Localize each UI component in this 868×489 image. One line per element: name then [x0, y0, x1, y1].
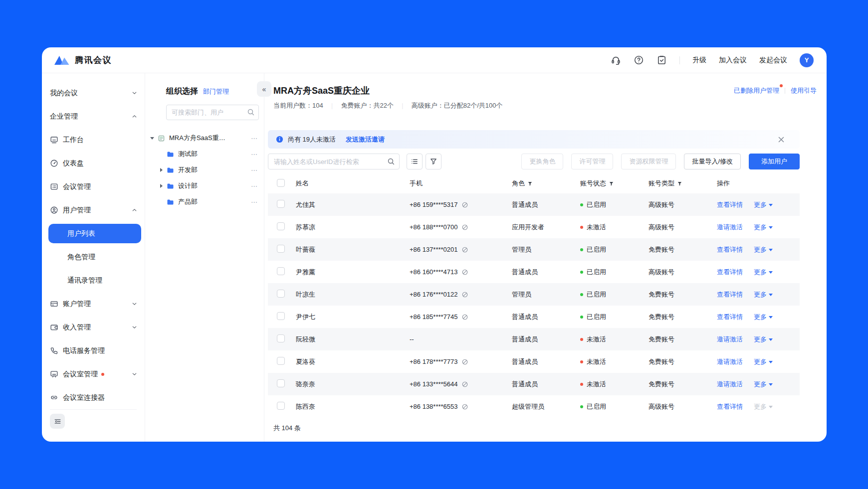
sidebar-item-workbench[interactable]: 工作台	[42, 128, 145, 152]
dropdown-arrow-icon	[769, 271, 773, 274]
tree-more-button[interactable]: ⋯	[251, 135, 259, 142]
row-more-dropdown[interactable]: 更多	[754, 200, 773, 209]
change-role-button[interactable]: 更换角色	[521, 154, 563, 169]
row-action-link[interactable]: 邀请激活	[717, 335, 743, 344]
start-meeting-link[interactable]: 发起会议	[759, 56, 787, 65]
phone-hidden-icon[interactable]	[461, 269, 468, 276]
sidebar-item-enterprise[interactable]: 企业管理	[42, 105, 145, 128]
department-manage-link[interactable]: 部门管理	[203, 87, 229, 96]
tree-node-dept-test[interactable]: 测试部 ⋯	[147, 146, 259, 162]
tree-more-button[interactable]: ⋯	[251, 182, 259, 190]
phone-hidden-icon[interactable]	[461, 314, 468, 321]
row-more-dropdown[interactable]: 更多	[754, 380, 773, 389]
sidebar-collapse-button[interactable]	[50, 414, 65, 429]
tree-collapse-button[interactable]: «	[257, 81, 271, 97]
tree-caret-icon[interactable]	[158, 184, 164, 188]
tasks-clipboard-icon[interactable]	[656, 55, 667, 65]
deleted-users-link[interactable]: 已删除用户管理	[734, 86, 779, 95]
sidebar-item-user-mgmt[interactable]: 用户管理	[42, 198, 145, 222]
help-icon[interactable]	[634, 55, 644, 65]
chevron-up-icon	[131, 113, 138, 120]
row-checkbox[interactable]	[277, 379, 285, 387]
tree-node-dept-design[interactable]: 设计部 ⋯	[147, 178, 259, 194]
row-checkbox[interactable]	[277, 312, 285, 320]
upgrade-link[interactable]: 升级	[692, 56, 706, 65]
send-activation-link[interactable]: 发送激活邀请	[346, 135, 385, 144]
sidebar-item-income-mgmt[interactable]: 收入管理	[42, 316, 145, 339]
row-more-dropdown[interactable]: 更多	[754, 402, 773, 411]
row-checkbox[interactable]	[277, 290, 285, 298]
row-more-dropdown[interactable]: 更多	[754, 357, 773, 366]
row-action-link[interactable]: 查看详情	[717, 200, 743, 209]
support-headset-icon[interactable]	[611, 55, 621, 65]
sidebar-item-rooms-mgmt[interactable]: 会议室管理	[42, 362, 145, 386]
row-more-dropdown[interactable]: 更多	[754, 268, 773, 277]
tree-more-button[interactable]: ⋯	[251, 166, 259, 174]
chevron-down-icon	[131, 324, 138, 330]
column-filter-icon[interactable]	[609, 181, 614, 186]
org-search-input[interactable]	[166, 105, 259, 120]
add-user-button[interactable]: 添加用户	[749, 154, 800, 169]
tree-more-button[interactable]: ⋯	[251, 151, 259, 158]
tree-node-dept-product[interactable]: 产品部 ⋯	[147, 194, 259, 210]
row-more-dropdown[interactable]: 更多	[754, 335, 773, 344]
row-more-dropdown[interactable]: 更多	[754, 245, 773, 254]
column-filter-icon[interactable]	[527, 181, 533, 186]
phone-hidden-icon[interactable]	[461, 403, 468, 410]
row-action-link[interactable]: 查看详情	[717, 313, 743, 322]
phone-hidden-icon[interactable]	[461, 246, 468, 253]
tree-node-org-root[interactable]: MRA方舟SaaS重庆企业 ⋯	[147, 130, 259, 146]
row-more-dropdown[interactable]: 更多	[754, 290, 773, 299]
tree-caret-icon[interactable]	[149, 137, 155, 140]
row-action-link[interactable]: 查看详情	[717, 290, 743, 299]
row-checkbox[interactable]	[277, 245, 285, 253]
user-search-input[interactable]	[268, 154, 400, 169]
row-checkbox[interactable]	[277, 267, 285, 275]
tree-node-dept-dev[interactable]: 开发部 ⋯	[147, 162, 259, 178]
license-mgmt-button[interactable]: 许可管理	[571, 154, 613, 169]
row-action-link[interactable]: 邀请激活	[717, 380, 743, 389]
row-action-link[interactable]: 邀请激活	[717, 223, 743, 232]
row-action-link[interactable]: 查看详情	[717, 268, 743, 277]
select-all-checkbox[interactable]	[277, 179, 285, 187]
column-filter-icon[interactable]	[677, 181, 682, 186]
phone-hidden-icon[interactable]	[461, 291, 468, 298]
sidebar-item-my-meetings[interactable]: 我的会议	[42, 81, 145, 105]
sidebar-item-account-mgmt[interactable]: 账户管理	[42, 292, 145, 316]
tree-caret-icon[interactable]	[158, 168, 164, 172]
sidebar-item-role-mgmt[interactable]: 角色管理	[42, 245, 145, 269]
phone-hidden-icon[interactable]	[461, 224, 468, 231]
row-action-link[interactable]: 查看详情	[717, 402, 743, 411]
row-action-link[interactable]: 查看详情	[717, 245, 743, 254]
row-more-dropdown[interactable]: 更多	[754, 223, 773, 232]
list-view-button[interactable]	[407, 154, 423, 169]
sidebar-item-user-list[interactable]: 用户列表	[48, 224, 141, 243]
sidebar-item-meeting-mgmt[interactable]: 会议管理	[42, 175, 145, 198]
sidebar-item-contacts-mgmt[interactable]: 通讯录管理	[42, 269, 145, 292]
phone-hidden-icon[interactable]	[461, 381, 468, 388]
row-checkbox[interactable]	[277, 402, 285, 410]
user-phone: +86 159****5317	[410, 201, 512, 208]
sidebar-item-room-connector[interactable]: 会议室连接器	[42, 386, 145, 409]
usage-guide-link[interactable]: 使用引导	[791, 86, 817, 95]
row-more-dropdown[interactable]: 更多	[754, 313, 773, 322]
account-status: 未激活	[580, 223, 649, 232]
resource-perm-button[interactable]: 资源权限管理	[621, 154, 676, 169]
tree-more-button[interactable]: ⋯	[251, 198, 259, 206]
join-meeting-link[interactable]: 加入会议	[719, 56, 747, 65]
phone-hidden-icon[interactable]	[461, 358, 468, 365]
row-checkbox[interactable]	[277, 200, 285, 208]
banner-close-icon[interactable]	[777, 135, 786, 144]
sidebar-item-phone-service[interactable]: 电话服务管理	[42, 339, 145, 362]
row-checkbox[interactable]	[277, 357, 285, 365]
account-status: 已启用	[580, 402, 649, 411]
sidebar-item-dashboard[interactable]: 仪表盘	[42, 152, 145, 175]
bulk-import-button[interactable]: 批量导入/修改	[684, 154, 741, 169]
dropdown-arrow-icon	[769, 383, 773, 386]
row-action-link[interactable]: 邀请激活	[717, 357, 743, 366]
row-checkbox[interactable]	[277, 334, 285, 342]
row-checkbox[interactable]	[277, 222, 285, 230]
phone-hidden-icon[interactable]	[461, 201, 468, 208]
filter-button[interactable]	[426, 154, 441, 169]
user-avatar[interactable]: Y	[800, 53, 814, 67]
